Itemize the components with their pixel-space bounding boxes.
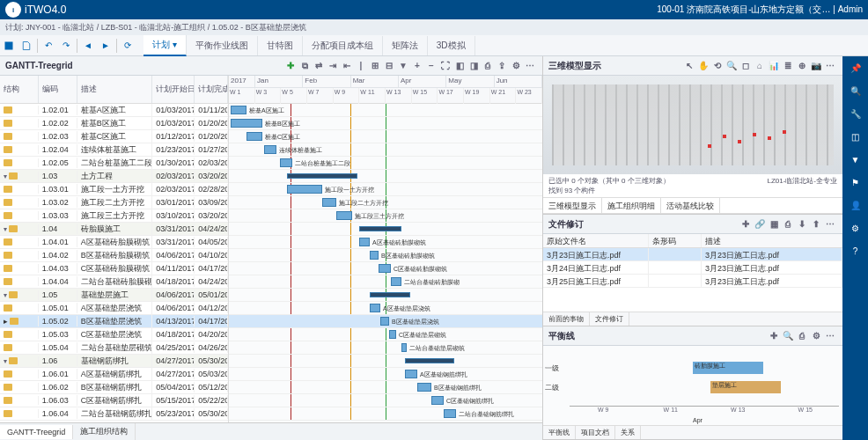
- more3-icon[interactable]: ⋯: [823, 217, 837, 231]
- tab-1[interactable]: 平衡作业线图: [187, 36, 258, 55]
- rail-cube-icon[interactable]: ◫: [848, 128, 864, 144]
- timeline[interactable]: 2017JanFebMarAprMayJun W 1W 3W 5W 7W 9W …: [229, 76, 542, 422]
- indent-icon[interactable]: ⇥: [326, 59, 340, 73]
- pan-icon[interactable]: ✋: [696, 59, 710, 73]
- rail-help-icon[interactable]: ?: [848, 243, 864, 259]
- table-row[interactable]: 1.02.01桩基A区施工01/03/201701/11/2017: [0, 104, 228, 117]
- table-row[interactable]: 1.02.04连续体桩基施工01/23/201701/27/2017: [0, 143, 228, 157]
- table-row[interactable]: 1.03.03施工段三土方开挖03/10/201703/20/2017: [0, 209, 228, 223]
- col-header[interactable]: 计划完成: [195, 76, 228, 103]
- table-row[interactable]: 1.06.02B区基础钢筋绑扎05/04/201705/12/2017: [0, 381, 228, 394]
- collapse-icon[interactable]: ⊟: [382, 59, 396, 73]
- 3d-viewer[interactable]: [543, 76, 842, 174]
- tab-0[interactable]: 计划 ▾: [143, 35, 187, 56]
- home-icon[interactable]: ⌂: [753, 59, 767, 73]
- col-header[interactable]: 描述: [77, 76, 153, 103]
- dl-icon[interactable]: ⬇: [795, 217, 809, 231]
- zoom-out-icon[interactable]: −: [424, 59, 438, 73]
- chart-m-icon[interactable]: ⋯: [823, 329, 837, 343]
- rail-flag-icon[interactable]: ⚑: [848, 174, 864, 190]
- bar-icon[interactable]: 📊: [767, 59, 781, 73]
- table-row[interactable]: 1.03.01施工段一土方开挖02/03/201702/28/2017: [0, 183, 228, 196]
- table-row[interactable]: 1.06.01A区基础钢筋绑扎04/27/201705/03/2017: [0, 368, 228, 381]
- table-row[interactable]: ▾1.03土方工程02/03/201703/20/2017: [0, 170, 228, 183]
- chart-s-icon[interactable]: ⚙: [809, 329, 823, 343]
- tab-2[interactable]: 甘特图: [258, 36, 303, 55]
- snap-icon[interactable]: ⊕: [795, 59, 809, 73]
- file-row[interactable]: 3月23日施工日志.pdf3月23日施工日志.pdf: [543, 248, 842, 261]
- table-row[interactable]: 1.06.04二站台基础钢筋绑扎05/23/201705/30/2017: [0, 407, 228, 421]
- table-row[interactable]: 1.03.02施工段二土方开挖03/01/201703/09/2017: [0, 196, 228, 209]
- tab-4[interactable]: 矩阵法: [383, 36, 428, 55]
- viewer-tab[interactable]: 三维模型显示: [543, 198, 602, 213]
- chart-z-icon[interactable]: 🔍: [781, 329, 795, 343]
- rail-user-icon[interactable]: 👤: [848, 197, 864, 213]
- chart-p-icon[interactable]: ⎙: [795, 329, 809, 343]
- table-row[interactable]: ▸ 1.05.02B区基础垫层浇筑04/13/201704/17/2017: [0, 315, 228, 328]
- print2-icon[interactable]: ⎙: [781, 217, 795, 231]
- link2-icon[interactable]: 🔗: [753, 217, 767, 231]
- expand-icon[interactable]: ⊞: [368, 59, 382, 73]
- balance-chart[interactable]: 一级 二级 砖胎膜施工 垫层施工 W 9W 11W 13W 15 Apr: [543, 346, 842, 425]
- gear-icon[interactable]: ⚙: [509, 59, 523, 73]
- fit-icon[interactable]: ⛶: [438, 59, 452, 73]
- zoom-icon[interactable]: 🔍: [725, 59, 739, 73]
- cursor-icon[interactable]: ↖: [682, 59, 696, 73]
- fwd-icon[interactable]: ►: [97, 37, 114, 55]
- chart-footer-tab[interactable]: 平衡线: [543, 426, 576, 439]
- footer-tab[interactable]: 施工组织结构: [73, 423, 136, 440]
- table-row[interactable]: ▾1.06基础钢筋绑扎04/27/201705/30/2017: [0, 355, 228, 368]
- rail-search-icon[interactable]: 🔍: [848, 83, 864, 99]
- outdent-icon[interactable]: ⇤: [340, 59, 354, 73]
- tool1-icon[interactable]: ◧: [452, 59, 467, 73]
- col-header[interactable]: 结构: [0, 76, 39, 103]
- box-icon[interactable]: ◻: [739, 59, 753, 73]
- table-row[interactable]: 1.04.01A区基础砖胎膜砌筑03/31/201704/05/2017: [0, 236, 228, 249]
- link-icon[interactable]: ⇄: [312, 59, 326, 73]
- dup-icon[interactable]: ⧉: [298, 59, 312, 73]
- tab-5[interactable]: 3D模拟: [428, 36, 475, 55]
- rail-pin-icon[interactable]: 📌: [848, 60, 864, 76]
- col-header[interactable]: 计划开始日: [152, 76, 195, 103]
- add-icon[interactable]: ✚: [283, 59, 298, 73]
- zoom-in-icon[interactable]: +: [410, 59, 424, 73]
- undo-icon[interactable]: ↶: [40, 37, 57, 55]
- task-grid[interactable]: 结构编码描述计划开始日计划完成 1.02.01桩基A区施工01/03/20170…: [0, 76, 229, 422]
- rotate-icon[interactable]: ⟲: [710, 59, 725, 73]
- tab-3[interactable]: 分配项目成本组: [303, 36, 383, 55]
- table-row[interactable]: 1.04.03C区基础砖胎膜砌筑04/11/201704/17/2017: [0, 262, 228, 275]
- table-row[interactable]: 1.05.03C区基础垫层浇筑04/18/201704/20/2017: [0, 328, 228, 341]
- redo-icon[interactable]: ↷: [57, 37, 75, 55]
- grid-icon[interactable]: ▦: [767, 217, 781, 231]
- rail-gear-icon[interactable]: ⚙: [848, 220, 864, 236]
- save-icon[interactable]: [0, 37, 18, 55]
- tool2-icon[interactable]: ◨: [467, 59, 481, 73]
- back-icon[interactable]: ◄: [79, 37, 97, 55]
- viewer-tab[interactable]: 施工组织明细: [602, 198, 661, 213]
- table-row[interactable]: ▾1.04砖胎膜施工03/31/201704/24/2017: [0, 223, 228, 236]
- refresh-icon[interactable]: ⟳: [119, 37, 136, 55]
- footer-tab[interactable]: GANTT-Treegrid: [0, 425, 73, 439]
- table-row[interactable]: 1.04.02B区基础砖胎膜砌筑04/06/201704/10/2017: [0, 249, 228, 262]
- table-row[interactable]: 1.05.01A区基础垫层浇筑04/06/201704/12/2017: [0, 302, 228, 315]
- table-row[interactable]: 1.02.02桩基B区施工01/03/201701/20/2017: [0, 117, 228, 130]
- file-footer-tab[interactable]: 前面的事物: [543, 312, 590, 326]
- more2-icon[interactable]: ⋯: [823, 59, 837, 73]
- file-row[interactable]: 3月24日施工日志.pdf3月23日施工日志.pdf: [543, 261, 842, 275]
- print-icon[interactable]: ⎙: [481, 59, 495, 73]
- rail-filter-icon[interactable]: ▼: [848, 151, 864, 167]
- camera-icon[interactable]: 📷: [809, 59, 823, 73]
- more-icon[interactable]: ⋯: [523, 59, 537, 73]
- chart-footer-tab[interactable]: 项目文档: [576, 426, 615, 439]
- export-icon[interactable]: ⇪: [495, 59, 509, 73]
- new-icon[interactable]: [18, 37, 35, 55]
- file-row[interactable]: 3月25日施工日志.pdf3月23日施工日志.pdf: [543, 275, 842, 288]
- layers-icon[interactable]: ≣: [781, 59, 795, 73]
- filter-icon[interactable]: ▼: [396, 59, 410, 73]
- file-table[interactable]: 原始文件名条形码描述 3月23日施工日志.pdf3月23日施工日志.pdf3月2…: [543, 234, 842, 288]
- viewer-tab[interactable]: 活动基线比较: [661, 198, 720, 213]
- add2-icon[interactable]: ✚: [739, 217, 753, 231]
- up-icon[interactable]: ⬆: [809, 217, 823, 231]
- table-row[interactable]: 1.02.05二站台桩基施工二段01/30/201702/03/2017: [0, 157, 228, 170]
- chart-add-icon[interactable]: ✚: [767, 329, 781, 343]
